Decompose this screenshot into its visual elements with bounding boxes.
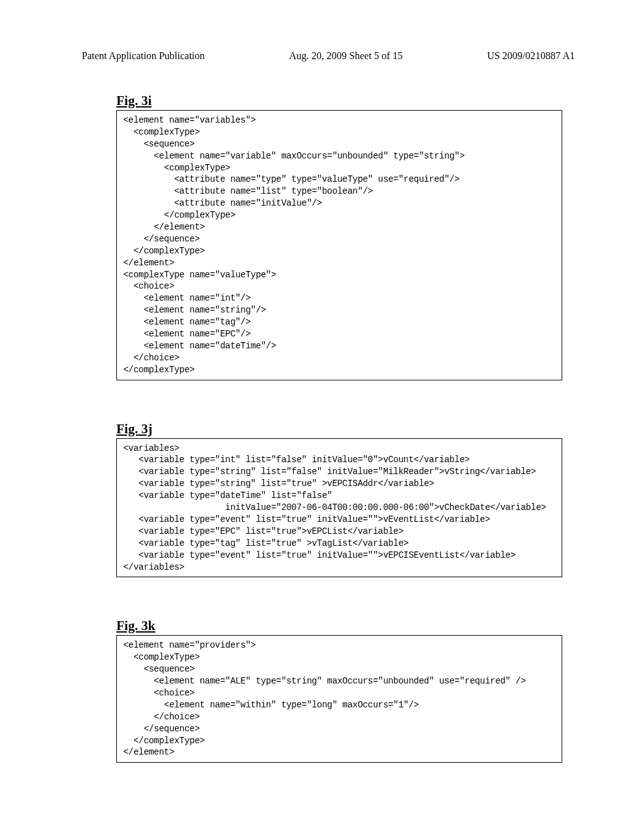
figure-3i: Fig. 3i <element name="variables"> <comp…: [82, 93, 575, 380]
figure-title: Fig. 3j: [116, 421, 575, 437]
patent-page: Patent Application Publication Aug. 20, …: [0, 0, 644, 830]
code-box-3i: <element name="variables"> <complexType>…: [116, 110, 562, 380]
code-box-3k: <element name="providers"> <complexType>…: [116, 635, 562, 763]
header-date-sheet: Aug. 20, 2009 Sheet 5 of 15: [289, 50, 402, 62]
figure-3j: Fig. 3j <variables> <variable type="int"…: [82, 421, 575, 578]
page-header: Patent Application Publication Aug. 20, …: [82, 50, 575, 62]
figure-3k: Fig. 3k <element name="providers"> <comp…: [82, 618, 575, 763]
header-patent-number: US 2009/0210887 A1: [487, 50, 575, 62]
figure-title: Fig. 3k: [116, 618, 575, 634]
figure-title: Fig. 3i: [116, 93, 575, 109]
code-box-3j: <variables> <variable type="int" list="f…: [116, 438, 562, 578]
header-publication-type: Patent Application Publication: [82, 50, 205, 62]
